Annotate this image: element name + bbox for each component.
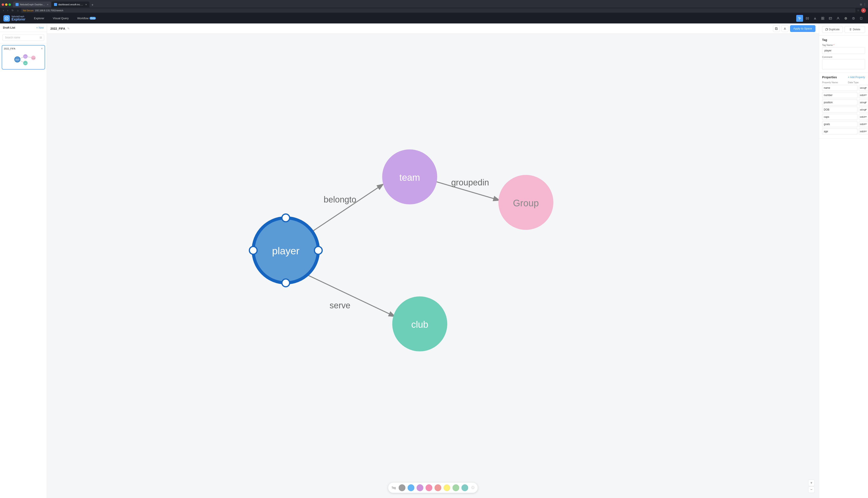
svg-point-36	[249, 247, 257, 254]
tab-favicon-2	[54, 3, 57, 6]
nav-phone-icon[interactable]	[858, 15, 865, 22]
prop-name-input-5[interactable]	[822, 121, 857, 127]
tab-close[interactable]: ✕	[47, 3, 49, 6]
canvas-area: 2022_FIFA ✎ Apply to Space	[47, 24, 819, 498]
delete-button[interactable]: Delete	[844, 26, 865, 33]
draft-item-name: 2022_FIFA	[4, 47, 15, 50]
prop-name-input-6[interactable]	[822, 129, 857, 134]
mini-graph-svg: player team Group club	[4, 51, 43, 67]
menu-icon[interactable]: ⋮	[863, 3, 866, 6]
new-tab-button[interactable]: +	[90, 2, 95, 8]
forward-button[interactable]: ›	[7, 9, 9, 12]
browser-tab-dashboard[interactable]: dashboard.vesoft-inc.com... ✕	[51, 1, 89, 8]
tag-section-title: Tag	[822, 38, 865, 42]
home-button[interactable]: ⌂	[16, 9, 20, 12]
nav-question-icon[interactable]	[850, 15, 857, 22]
save-button[interactable]	[773, 25, 780, 32]
prop-type-select-4[interactable]: int64stringdoublebool	[859, 114, 868, 120]
nav-columns-icon[interactable]	[804, 15, 811, 22]
nav-grid-icon[interactable]	[819, 15, 826, 22]
top-nav: NebulaGraph Explorer Explorer Visual Que…	[0, 13, 868, 24]
minimize-button[interactable]	[5, 3, 8, 6]
nav-person-icon[interactable]	[835, 15, 842, 22]
search-input[interactable]: Search name ⊟	[2, 34, 44, 41]
back-button[interactable]: ‹	[2, 9, 5, 12]
svg-text:club: club	[24, 63, 26, 64]
tab-label-2: dashboard.vesoft-inc.com...	[58, 3, 84, 6]
workflow-badge: Beta	[89, 17, 96, 19]
svg-text:belongto: belongto	[323, 195, 356, 204]
palette-color-gray[interactable]	[399, 484, 406, 491]
nav-globe-icon[interactable]	[842, 15, 849, 22]
palette-color-red[interactable]	[435, 484, 442, 491]
prop-row-position: stringint64doublebool ✕	[822, 100, 865, 105]
edit-title-icon[interactable]: ✎	[67, 27, 69, 30]
maximize-button[interactable]	[9, 3, 11, 6]
refresh-button[interactable]: ↻	[11, 9, 14, 12]
browser-tab-nebula[interactable]: NebulaGraph Dashboard ✕	[13, 1, 51, 8]
palette-color-pink[interactable]	[426, 484, 433, 491]
canvas-header-right: Apply to Space	[773, 25, 815, 32]
prop-type-select-6[interactable]: int64stringdoublebool	[859, 129, 868, 134]
bookmark-icon[interactable]: ☆	[857, 9, 859, 12]
zoom-in-button[interactable]: +	[808, 480, 815, 486]
search-filter-icon[interactable]: ⊟	[40, 36, 42, 39]
nav-table-icon[interactable]	[827, 15, 834, 22]
tab-close-2[interactable]: ✕	[85, 3, 87, 6]
draft-list: 2022_FIFA ✕ player t	[0, 43, 47, 498]
zoom-out-button[interactable]: −	[808, 486, 815, 493]
profile-icon[interactable]: A	[861, 8, 866, 13]
add-property-button[interactable]: + Add Property	[848, 76, 865, 79]
nav-workflow[interactable]: Workflow Beta	[76, 16, 98, 21]
palette-color-blue[interactable]	[408, 484, 414, 491]
new-draft-button[interactable]: + New	[36, 26, 44, 29]
comment-input[interactable]	[822, 59, 865, 69]
draft-item-close[interactable]: ✕	[41, 47, 43, 50]
props-col-headers: Property Name Data Type	[822, 81, 865, 84]
svg-text:player: player	[272, 245, 299, 257]
draft-item[interactable]: 2022_FIFA ✕ player t	[2, 45, 45, 69]
tag-name-input[interactable]	[822, 47, 865, 54]
nav-download-icon[interactable]	[812, 15, 818, 22]
draft-item-header: 2022_FIFA ✕	[4, 47, 43, 50]
logo-text: NebulaGraph Explorer	[12, 16, 25, 21]
export-button[interactable]	[781, 25, 788, 32]
duplicate-button[interactable]: Duplicate	[822, 26, 843, 33]
palette-color-yellow[interactable]	[444, 484, 450, 491]
canvas-content: belongto groupedin serve player	[47, 34, 819, 498]
comment-label: Comment	[822, 56, 865, 58]
main-area: Draft List + New Search name ⊟ 2022_FIFA…	[0, 24, 868, 498]
apply-to-space-button[interactable]: Apply to Space	[790, 25, 815, 32]
prop-name-input-2[interactable]	[822, 100, 857, 105]
svg-point-1	[6, 18, 7, 19]
zoom-controls: + −	[808, 480, 815, 493]
nav-visual-query[interactable]: Visual Query	[51, 16, 70, 21]
palette-color-purple[interactable]	[417, 484, 423, 491]
close-button[interactable]	[2, 3, 4, 6]
nav-right	[796, 15, 865, 22]
prop-type-select-2[interactable]: stringint64doublebool	[859, 100, 868, 105]
svg-text:groupedin: groupedin	[451, 178, 489, 187]
svg-rect-8	[829, 17, 832, 19]
prop-name-input-0[interactable]	[822, 85, 857, 91]
prop-name-input-3[interactable]	[822, 107, 857, 113]
palette-label: Tag	[392, 486, 396, 489]
svg-rect-4	[821, 17, 822, 18]
nav-cursor-icon[interactable]	[796, 15, 803, 22]
nav-items: Explorer Visual Query Workflow Beta	[32, 16, 98, 21]
prop-type-select-0[interactable]: stringint64doublebool	[859, 85, 868, 91]
sidebar: Draft List + New Search name ⊟ 2022_FIFA…	[0, 24, 47, 498]
url-bar[interactable]: Not Secure 192.168.8.131:7002/sketch	[21, 8, 855, 13]
prop-type-select-3[interactable]: stringint64doublebool	[859, 107, 868, 113]
prop-name-input-4[interactable]	[822, 114, 857, 120]
prop-name-input-1[interactable]	[822, 92, 857, 98]
nav-explorer[interactable]: Explorer	[32, 16, 46, 21]
prop-type-select-5[interactable]: int64stringdoublebool	[859, 121, 868, 127]
window-controls[interactable]	[2, 3, 11, 6]
palette-color-teal[interactable]	[461, 484, 468, 491]
svg-rect-7	[823, 18, 824, 19]
palette-info-icon[interactable]: ⓘ	[471, 486, 474, 490]
palette-color-green[interactable]	[452, 484, 459, 491]
tag-palette: Tag ⓘ	[388, 483, 477, 493]
prop-type-select-1[interactable]: int64stringdoublebool	[859, 92, 868, 98]
